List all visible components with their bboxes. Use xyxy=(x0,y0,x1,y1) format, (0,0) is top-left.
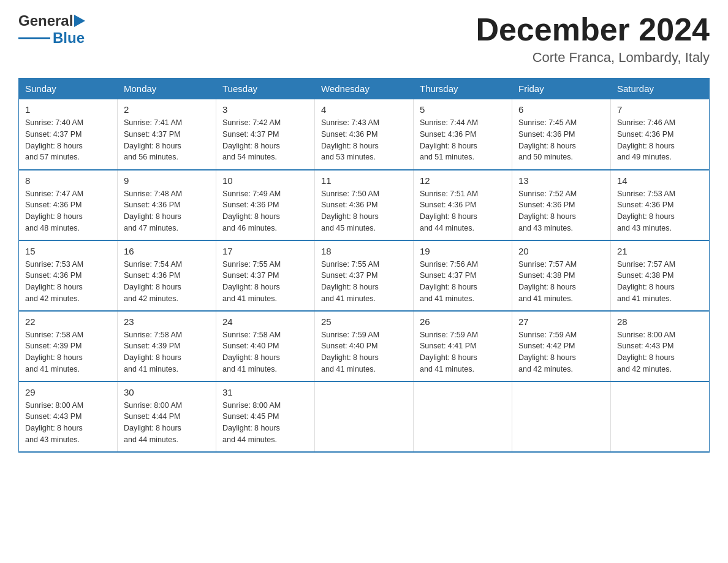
day-cell-31: 31 Sunrise: 8:00 AM Sunset: 4:45 PM Dayl… xyxy=(216,381,315,452)
daylight-and: and 41 minutes. xyxy=(222,294,277,303)
sunrise-label: Sunrise: 7:58 AM xyxy=(25,331,83,339)
sunrise-label: Sunrise: 7:53 AM xyxy=(25,260,83,269)
daylight-label: Daylight: 8 hours xyxy=(124,142,181,150)
day-cell-5: 5 Sunrise: 7:44 AM Sunset: 4:36 PM Dayli… xyxy=(414,99,512,170)
day-cell-25: 25 Sunrise: 7:59 AM Sunset: 4:40 PM Dayl… xyxy=(315,311,414,381)
sunrise-label: Sunrise: 7:44 AM xyxy=(420,118,478,127)
daylight-label: Daylight: 8 hours xyxy=(222,424,280,432)
daylight-and: and 42 minutes. xyxy=(25,294,80,303)
day-number: 25 xyxy=(321,316,407,327)
daylight-label: Daylight: 8 hours xyxy=(124,212,181,221)
daylight-label: Daylight: 8 hours xyxy=(420,212,477,221)
daylight-label: Daylight: 8 hours xyxy=(420,353,477,362)
daylight-label: Daylight: 8 hours xyxy=(617,283,675,291)
day-number: 7 xyxy=(617,104,703,115)
daylight-label: Daylight: 8 hours xyxy=(124,283,181,291)
day-number: 10 xyxy=(222,175,308,186)
sunset-label: Sunset: 4:36 PM xyxy=(321,130,377,139)
daylight-and: and 43 minutes. xyxy=(25,435,80,444)
sunrise-label: Sunrise: 7:59 AM xyxy=(420,331,478,339)
sunset-label: Sunset: 4:43 PM xyxy=(617,342,673,350)
daylight-and: and 41 minutes. xyxy=(321,365,376,373)
sunrise-label: Sunrise: 8:00 AM xyxy=(25,401,83,410)
day-cell-17: 17 Sunrise: 7:55 AM Sunset: 4:37 PM Dayl… xyxy=(216,240,315,311)
day-number: 23 xyxy=(124,316,210,327)
daylight-and: and 45 minutes. xyxy=(321,224,376,232)
day-cell-7: 7 Sunrise: 7:46 AM Sunset: 4:36 PM Dayli… xyxy=(611,99,710,170)
day-cell-10: 10 Sunrise: 7:49 AM Sunset: 4:36 PM Dayl… xyxy=(216,170,315,240)
day-number: 4 xyxy=(321,104,407,115)
daylight-and: and 42 minutes. xyxy=(617,365,672,373)
daylight-label: Daylight: 8 hours xyxy=(617,353,675,362)
day-cell-1: 1 Sunrise: 7:40 AM Sunset: 4:37 PM Dayli… xyxy=(19,99,118,170)
logo-arrow-icon xyxy=(74,15,85,27)
day-info: Sunrise: 7:53 AM Sunset: 4:36 PM Dayligh… xyxy=(25,259,111,305)
day-info: Sunrise: 8:00 AM Sunset: 4:44 PM Dayligh… xyxy=(124,400,210,446)
day-cell-24: 24 Sunrise: 7:58 AM Sunset: 4:40 PM Dayl… xyxy=(216,311,315,381)
sunrise-label: Sunrise: 7:55 AM xyxy=(321,260,379,269)
day-info: Sunrise: 7:43 AM Sunset: 4:36 PM Dayligh… xyxy=(321,117,407,163)
sunset-label: Sunset: 4:36 PM xyxy=(124,271,180,280)
day-info: Sunrise: 7:49 AM Sunset: 4:36 PM Dayligh… xyxy=(222,188,308,234)
day-cell-9: 9 Sunrise: 7:48 AM Sunset: 4:36 PM Dayli… xyxy=(118,170,216,240)
daylight-and: and 47 minutes. xyxy=(124,224,178,232)
sunset-label: Sunset: 4:36 PM xyxy=(25,201,82,209)
day-cell-4: 4 Sunrise: 7:43 AM Sunset: 4:36 PM Dayli… xyxy=(315,99,414,170)
daylight-label: Daylight: 8 hours xyxy=(321,212,379,221)
daylight-and: and 44 minutes. xyxy=(222,435,277,444)
sunset-label: Sunset: 4:44 PM xyxy=(124,412,180,421)
sunset-label: Sunset: 4:36 PM xyxy=(124,201,180,209)
day-info: Sunrise: 7:57 AM Sunset: 4:38 PM Dayligh… xyxy=(617,259,703,305)
col-saturday: Saturday xyxy=(611,79,710,99)
day-number: 20 xyxy=(518,246,604,256)
day-cell-23: 23 Sunrise: 7:58 AM Sunset: 4:39 PM Dayl… xyxy=(118,311,216,381)
sunrise-label: Sunrise: 8:00 AM xyxy=(124,401,182,410)
sunrise-label: Sunrise: 8:00 AM xyxy=(617,331,675,339)
sunset-label: Sunset: 4:36 PM xyxy=(420,130,476,139)
day-cell-27: 27 Sunrise: 7:59 AM Sunset: 4:42 PM Dayl… xyxy=(512,311,611,381)
sunrise-label: Sunrise: 7:59 AM xyxy=(518,331,577,339)
daylight-and: and 57 minutes. xyxy=(25,153,80,161)
sunrise-label: Sunrise: 7:55 AM xyxy=(222,260,281,269)
daylight-and: and 44 minutes. xyxy=(420,224,474,232)
daylight-label: Daylight: 8 hours xyxy=(222,283,280,291)
daylight-and: and 41 minutes. xyxy=(124,365,178,373)
day-number: 11 xyxy=(321,175,407,186)
daylight-and: and 41 minutes. xyxy=(25,365,80,373)
day-number: 5 xyxy=(420,104,506,115)
calendar-table: Sunday Monday Tuesday Wednesday Thursday… xyxy=(18,78,710,453)
daylight-label: Daylight: 8 hours xyxy=(222,212,280,221)
daylight-label: Daylight: 8 hours xyxy=(321,283,379,291)
day-number: 18 xyxy=(321,246,407,256)
day-number: 24 xyxy=(222,316,308,327)
sunrise-label: Sunrise: 7:58 AM xyxy=(222,331,281,339)
daylight-and: and 41 minutes. xyxy=(420,294,474,303)
day-info: Sunrise: 7:45 AM Sunset: 4:36 PM Dayligh… xyxy=(518,117,604,163)
day-info: Sunrise: 7:56 AM Sunset: 4:37 PM Dayligh… xyxy=(420,259,506,305)
daylight-and: and 48 minutes. xyxy=(25,224,80,232)
daylight-label: Daylight: 8 hours xyxy=(25,424,83,432)
daylight-and: and 41 minutes. xyxy=(518,294,573,303)
calendar-header-row: Sunday Monday Tuesday Wednesday Thursday… xyxy=(19,79,710,99)
day-info: Sunrise: 7:59 AM Sunset: 4:42 PM Dayligh… xyxy=(518,329,604,375)
day-info: Sunrise: 7:50 AM Sunset: 4:36 PM Dayligh… xyxy=(321,188,407,234)
day-number: 6 xyxy=(518,104,604,115)
day-info: Sunrise: 7:52 AM Sunset: 4:36 PM Dayligh… xyxy=(518,188,604,234)
day-info: Sunrise: 7:41 AM Sunset: 4:37 PM Dayligh… xyxy=(124,117,210,163)
day-number: 27 xyxy=(518,316,604,327)
day-info: Sunrise: 7:58 AM Sunset: 4:40 PM Dayligh… xyxy=(222,329,308,375)
daylight-label: Daylight: 8 hours xyxy=(420,142,477,150)
day-cell-30: 30 Sunrise: 8:00 AM Sunset: 4:44 PM Dayl… xyxy=(118,381,216,452)
sunrise-label: Sunrise: 7:43 AM xyxy=(321,118,379,127)
day-cell-18: 18 Sunrise: 7:55 AM Sunset: 4:37 PM Dayl… xyxy=(315,240,414,311)
col-wednesday: Wednesday xyxy=(315,79,414,99)
daylight-and: and 41 minutes. xyxy=(617,294,672,303)
day-info: Sunrise: 8:00 AM Sunset: 4:43 PM Dayligh… xyxy=(617,329,703,375)
day-info: Sunrise: 7:47 AM Sunset: 4:36 PM Dayligh… xyxy=(25,188,111,234)
daylight-and: and 41 minutes. xyxy=(321,294,376,303)
sunset-label: Sunset: 4:41 PM xyxy=(420,342,476,350)
day-number: 14 xyxy=(617,175,703,186)
day-cell-20: 20 Sunrise: 7:57 AM Sunset: 4:38 PM Dayl… xyxy=(512,240,611,311)
sunrise-label: Sunrise: 7:56 AM xyxy=(420,260,478,269)
sunset-label: Sunset: 4:37 PM xyxy=(124,130,180,139)
